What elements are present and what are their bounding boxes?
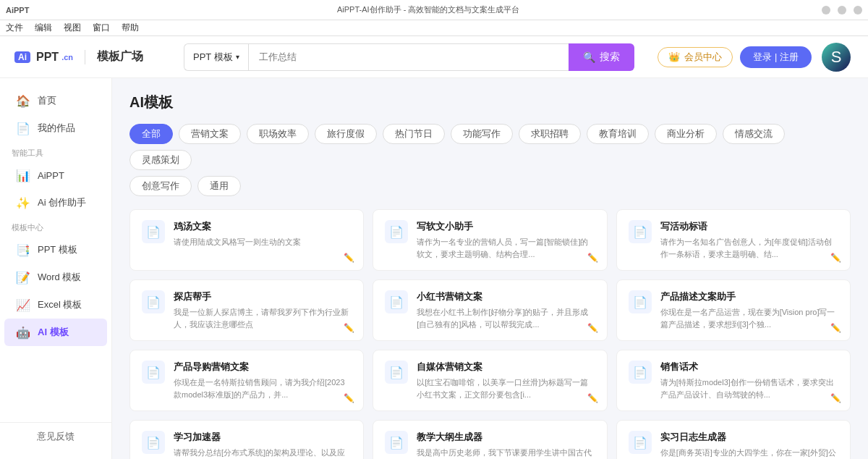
sidebar-icon-aippt: 📊 (16, 168, 30, 182)
close-button[interactable] (854, 6, 862, 14)
logo-cn: .cn (61, 53, 73, 62)
template-edit-icon-2[interactable]: ✏️ (830, 253, 841, 263)
filter-tag-2[interactable]: 职场效率 (247, 124, 309, 144)
menu-file[interactable]: 文件 (6, 22, 23, 34)
sidebar-item-myworks[interactable]: 📄我的作品 (4, 114, 107, 142)
template-card-6[interactable]: 📄 产品导购营销文案 你现在是一名特斯拉销售顾问，请为我介绍[2023款mode… (129, 350, 364, 411)
template-content-3: 探店帮手 我是一位新人探店博主，请帮我罗列下作为行业新人，我应该注意哪些点 (174, 290, 352, 330)
filter-tag-5[interactable]: 功能写作 (451, 124, 513, 144)
filter-tag-8[interactable]: 商业分析 (655, 124, 717, 144)
sidebar-label-word-template: Word 模板 (38, 271, 81, 284)
search-dropdown[interactable]: PPT 模板 ▾ (184, 43, 248, 71)
template-edit-icon-1[interactable]: ✏️ (587, 253, 598, 263)
template-content-2: 写活动标语 请作为一名知名广告创意人，为[年度促销]活动创作一条标语，要求主题明… (660, 220, 838, 260)
sidebar-label-ppt-template: PPT 模板 (38, 243, 77, 256)
sidebar: 🏠首页📄我的作品智能工具📊AiPPT✨Ai 创作助手模板中心📑PPT 模板📝Wo… (0, 78, 112, 459)
menu-edit[interactable]: 编辑 (35, 22, 52, 34)
sidebar-item-aippt[interactable]: 📊AiPPT (4, 161, 107, 189)
template-desc-6: 你现在是一名特斯拉销售顾问，请为我介绍[2023款model3标准版]的产品力，… (174, 376, 352, 400)
template-card-2[interactable]: 📄 写活动标语 请作为一名知名广告创意人，为[年度促销]活动创作一条标语，要求主… (616, 209, 851, 271)
sidebar-item-ai-template[interactable]: 🤖AI 模板 (4, 319, 107, 346)
filter-tag-4[interactable]: 热门节日 (383, 124, 445, 144)
template-icon-5: 📄 (629, 290, 652, 313)
filter-tag-3[interactable]: 旅行度假 (315, 124, 377, 144)
template-card-11[interactable]: 📄 实习日志生成器 你是[商务英语]专业的大四学生，你在一家[外贸]公司实习，岗… (616, 420, 851, 459)
app-title: AiPPT-AI创作助手 - 高效智能的文档与文案生成平台 (35, 4, 822, 15)
filter2-tag-1[interactable]: 通用 (197, 176, 241, 196)
minimize-button[interactable] (822, 6, 830, 14)
sidebar-label-ai-template: AI 模板 (38, 326, 69, 339)
template-card-7[interactable]: 📄 自媒体营销文案 以[红宝石咖啡馆，以美享一口丝滑]为标题写一篇小红书文案，正… (373, 350, 607, 411)
filter-tag-1[interactable]: 营销文案 (179, 124, 241, 144)
template-edit-icon-4[interactable]: ✏️ (587, 323, 598, 333)
filter-tag-6[interactable]: 求职招聘 (519, 124, 581, 144)
feedback-button[interactable]: 意见反馈 (0, 422, 111, 450)
sidebar-icon-ai-create: ✨ (16, 195, 30, 210)
template-card-5[interactable]: 📄 产品描述文案助手 你现在是一名产品运营，现在要为[Vision pro]写一… (616, 279, 851, 341)
sidebar-label-ai-create: Ai 创作助手 (38, 196, 86, 209)
template-title-7: 自媒体营销文案 (417, 361, 595, 374)
header: Ai PPT .cn 模板广场 PPT 模板 ▾ 🔍 搜索 👑 会员中心 登录 … (0, 36, 868, 78)
maximize-button[interactable] (838, 6, 846, 14)
login-register-button[interactable]: 登录 | 注册 (740, 46, 812, 68)
template-desc-5: 你现在是一名产品运营，现在要为[Vision pro]写一篇产品描述，要求想到[… (660, 306, 838, 330)
sidebar-item-ppt-template[interactable]: 📑PPT 模板 (4, 236, 107, 264)
template-card-1[interactable]: 📄 写软文小助手 请作为一名专业的营销人员，写一篇[智能锁佳]的软文，要求主题明… (373, 209, 607, 271)
template-title-1: 写软文小助手 (417, 220, 595, 233)
template-edit-icon-8[interactable]: ✏️ (830, 393, 841, 403)
filter-tag-7[interactable]: 教育培训 (587, 124, 649, 144)
template-title-2: 写活动标语 (660, 220, 838, 233)
menu-help[interactable]: 帮助 (122, 22, 139, 34)
member-center-button[interactable]: 👑 会员中心 (658, 47, 733, 67)
page-title: AI模板 (129, 93, 851, 112)
sidebar-icon-ppt-template: 📑 (16, 243, 30, 257)
template-edit-icon-3[interactable]: ✏️ (344, 323, 354, 333)
chevron-down-icon: ▾ (236, 53, 239, 61)
template-content-10: 教学大纲生成器 我是高中历史老师，我下节课要用学生讲中国古代的土地政策相关的知识… (417, 431, 595, 459)
filter-tag-10[interactable]: 灵感策划 (129, 150, 192, 170)
template-title-0: 鸡汤文案 (174, 220, 352, 233)
template-title-10: 教学大纲生成器 (417, 431, 595, 444)
filter-tag-0[interactable]: 全部 (129, 124, 173, 144)
search-dropdown-label: PPT 模板 (193, 51, 233, 64)
template-card-3[interactable]: 📄 探店帮手 我是一位新人探店博主，请帮我罗列下作为行业新人，我应该注意哪些点 … (129, 279, 364, 341)
template-icon-0: 📄 (142, 220, 165, 243)
template-card-0[interactable]: 📄 鸡汤文案 请使用陆成文风格写一则生动的文案 ✏️ (129, 209, 364, 271)
sidebar-item-word-template[interactable]: 📝Word 模板 (4, 264, 107, 291)
template-icon-11: 📄 (629, 431, 652, 454)
sidebar-item-ai-create[interactable]: ✨Ai 创作助手 (4, 189, 107, 216)
template-card-9[interactable]: 📄 学习加速器 请帮我分总结[分布式系统]的架构及理论、以及应用该理念的行业、和… (129, 420, 364, 459)
template-desc-8: 请为[特斯拉model3]创作一份销售话术，要求突出产品产品设计、自动驾驶的特.… (660, 376, 838, 400)
search-input[interactable] (248, 43, 569, 71)
sidebar-icon-excel-template: 📈 (16, 298, 30, 312)
template-edit-icon-0[interactable]: ✏️ (344, 253, 354, 263)
menu-window[interactable]: 窗口 (93, 22, 110, 34)
template-desc-2: 请作为一名知名广告创意人，为[年度促销]活动创作一条标语，要求主题明确、结... (660, 236, 838, 260)
template-content-1: 写软文小助手 请作为一名专业的营销人员，写一篇[智能锁佳]的软文，要求主题明确、… (417, 220, 595, 260)
filter-tag-9[interactable]: 情感交流 (723, 124, 785, 144)
sidebar-label-aippt: AiPPT (38, 170, 64, 181)
template-card-4[interactable]: 📄 小红书营销文案 我想在小红书上制作[好物分享]的贴子，并且形成[自己独有的]… (373, 279, 607, 341)
filter2-tag-0[interactable]: 创意写作 (129, 176, 192, 196)
header-nav-label: 模板广场 (97, 49, 143, 64)
sidebar-section-tools_label: 智能工具 (0, 142, 111, 161)
sidebar-item-home[interactable]: 🏠首页 (4, 87, 107, 114)
template-title-5: 产品描述文案助手 (660, 290, 838, 303)
template-icon-1: 📄 (385, 220, 408, 243)
template-title-4: 小红书营销文案 (417, 290, 595, 303)
template-card-8[interactable]: 📄 销售话术 请为[特斯拉model3]创作一份销售话术，要求突出产品产品设计、… (616, 350, 851, 411)
template-edit-icon-5[interactable]: ✏️ (830, 323, 841, 333)
template-content-11: 实习日志生成器 你是[商务英语]专业的大四学生，你在一家[外贸]公司实习，岗位是… (660, 431, 838, 459)
logo-ai: Ai (14, 51, 30, 63)
template-edit-icon-7[interactable]: ✏️ (587, 393, 598, 403)
search-btn-label: 搜索 (600, 51, 620, 64)
main-content: AI模板 全部营销文案职场效率旅行度假热门节日功能写作求职招聘教育培训商业分析情… (112, 78, 868, 459)
template-edit-icon-6[interactable]: ✏️ (344, 393, 354, 403)
template-desc-11: 你是[商务英语]专业的大四学生，你在一家[外贸]公司实习，岗位是[外贸业务员]，… (660, 447, 838, 459)
menu-view[interactable]: 视图 (64, 22, 81, 34)
sidebar-item-excel-template[interactable]: 📈Excel 模板 (4, 291, 107, 319)
template-card-10[interactable]: 📄 教学大纲生成器 我是高中历史老师，我下节课要用学生讲中国古代的土地政策相关的… (373, 420, 607, 459)
template-content-5: 产品描述文案助手 你现在是一名产品运营，现在要为[Vision pro]写一篇产… (660, 290, 838, 330)
template-desc-3: 我是一位新人探店博主，请帮我罗列下作为行业新人，我应该注意哪些点 (174, 306, 352, 330)
search-button[interactable]: 🔍 搜索 (569, 43, 634, 71)
